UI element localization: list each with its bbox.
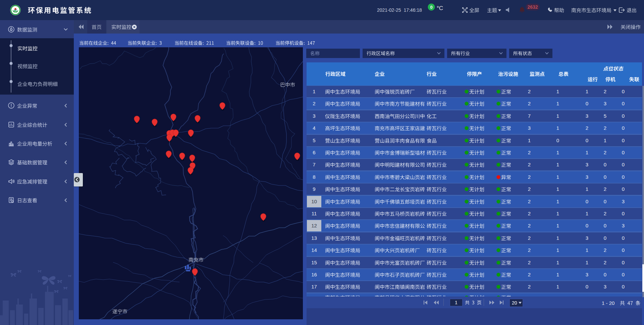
svg-text:0: 0	[430, 5, 432, 10]
